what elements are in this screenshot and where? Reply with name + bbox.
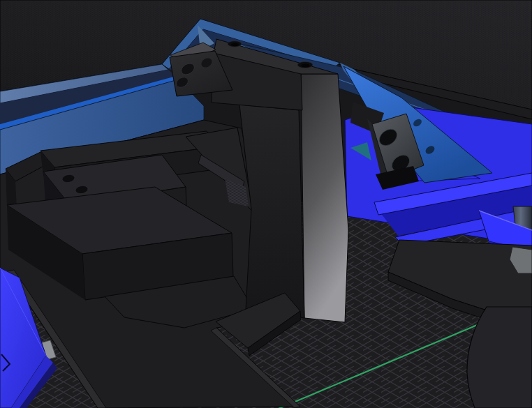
- scene-svg: [0, 0, 532, 408]
- counterbore-1-inner: [231, 43, 239, 46]
- cad-viewport[interactable]: [0, 0, 532, 408]
- counterbore-2-inner: [302, 64, 310, 68]
